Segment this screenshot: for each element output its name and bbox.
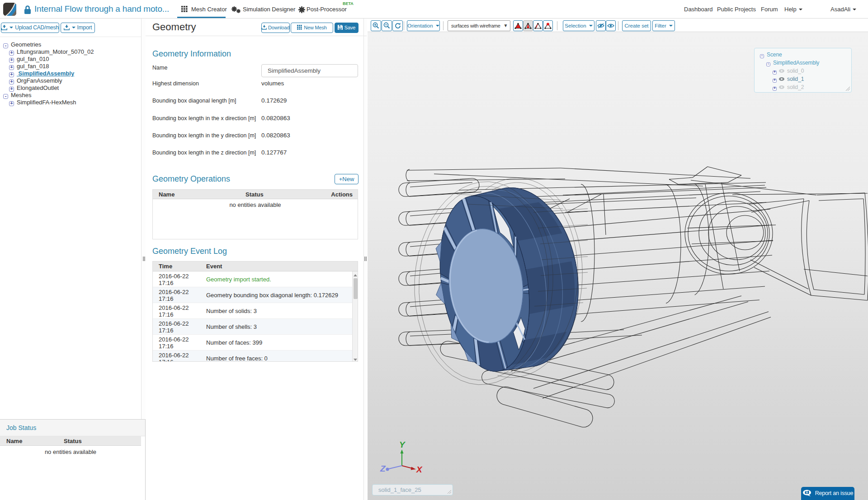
- svg-text:Z: Z: [380, 464, 386, 473]
- svg-text:Y: Y: [399, 440, 406, 449]
- svg-text:X: X: [416, 465, 423, 474]
